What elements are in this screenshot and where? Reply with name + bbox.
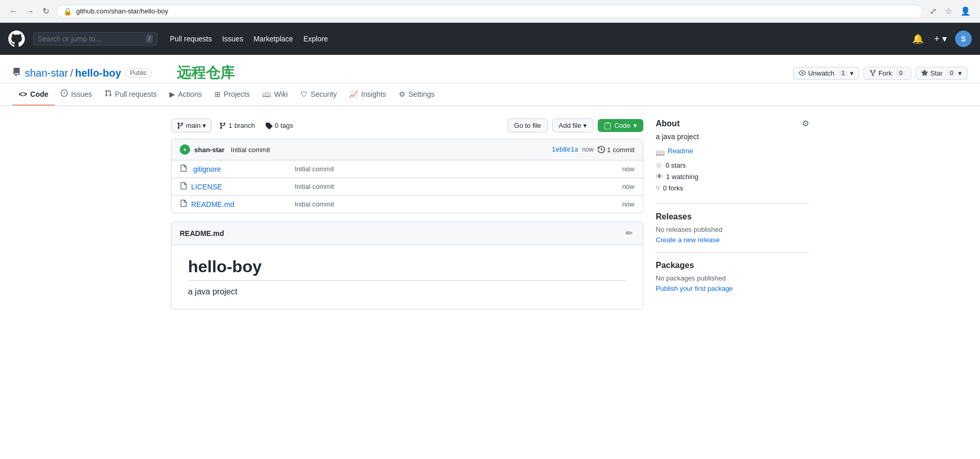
file-name-1[interactable]: LICENSE [191,183,295,191]
tab-code-label: Code [30,90,48,98]
repo-header: shan-star / hello-boy Public 远程仓库 Unwatc… [0,55,980,83]
readme-meta-icon: 📖 [656,149,665,157]
tab-actions[interactable]: ▶ Actions [163,83,208,106]
notifications-button[interactable]: 🔔 [910,31,926,47]
commit-hash[interactable]: 1eb8e1a [552,146,578,153]
forward-button[interactable]: → [23,4,37,18]
profile-button[interactable]: 👤 [957,4,974,18]
star-label: Star [930,69,943,77]
refresh-button[interactable]: ↻ [39,4,52,18]
code-button[interactable]: Code ▾ [598,119,643,132]
add-file-button[interactable]: Add file ▾ [552,119,594,132]
breadcrumb-owner[interactable]: shan-star [25,67,68,79]
stars-count: 0 stars [666,161,686,169]
settings-tab-icon: ⚙ [399,90,406,98]
sidebar-releases: Releases No releases published Create a … [656,212,809,244]
breadcrumb-repo[interactable]: hello-boy [75,67,121,79]
tab-settings[interactable]: ⚙ Settings [393,83,441,106]
commit-count: 1 commit [598,146,635,154]
top-nav: / Pull requests Issues Marketplace Explo… [0,23,980,55]
add-file-dropdown-icon: ▾ [583,122,587,129]
commit-message: Initial commit [231,146,270,154]
sidebar-meta-watching: 👁 1 watching [656,172,809,181]
branch-count: 1 [228,122,232,129]
code-label: Code [614,122,630,129]
commit-header: + shan-star Initial commit 1eb8e1a now 1… [171,139,643,160]
new-button[interactable]: + ▾ [932,31,949,47]
forks-count: 0 forks [663,184,683,192]
branch-count-link[interactable]: 1 branch [216,119,258,132]
commit-count-label: commit [613,146,635,154]
readme-heading: hello-boy [188,257,626,281]
actions-tab-icon: ▶ [169,90,175,98]
tab-code[interactable]: <> Code [12,83,54,106]
fork-label: Fork [878,69,892,77]
readme-description: a java project [188,287,626,297]
lock-icon: 🔒 [63,7,72,16]
file-time-1: now [622,183,635,190]
fork-count: 0 [896,70,905,76]
sidebar-meta-stars: ☆ 0 stars [656,161,809,169]
tab-insights[interactable]: 📈 Insights [343,83,392,106]
tag-count-link[interactable]: 0 tags [262,119,296,132]
tab-wiki[interactable]: 📖 Wiki [256,83,294,106]
commit-avatar: + [180,144,190,155]
publish-package-link[interactable]: Publish your first package [656,285,733,292]
tab-security[interactable]: 🛡 Security [294,83,343,106]
avatar[interactable]: S [955,31,972,47]
sidebar-meta-forks: ⑂ 0 forks [656,184,809,192]
search-input[interactable] [38,35,142,43]
nav-pull-requests[interactable]: Pull requests [166,32,216,46]
readme-link[interactable]: Readme [668,147,693,155]
nav-marketplace[interactable]: Marketplace [249,32,297,46]
tab-projects-label: Projects [224,90,250,98]
bookmark-button[interactable]: ☆ [942,4,955,18]
code-dropdown-icon: ▾ [633,122,637,129]
file-icon [180,165,187,173]
tab-projects[interactable]: ⊞ Projects [208,83,256,106]
readme-box: README.md ✏ hello-boy a java project [171,221,643,309]
branch-actions: Go to file Add file ▾ Code ▾ [508,119,643,132]
file-commit-1: Initial commit [295,183,622,190]
sidebar-gear-button[interactable]: ⚙ [802,119,809,128]
fork-button[interactable]: Fork 0 [863,67,911,80]
branch-label: branch [234,122,255,129]
security-tab-icon: 🛡 [300,90,308,98]
commit-meta: 1eb8e1a now 1 commit [552,146,635,154]
tab-issues[interactable]: Issues [54,83,98,106]
repo-icon [12,68,21,78]
branch-bar: main ▾ 1 branch 0 tags Go to file Add fi… [171,119,643,132]
branch-selector[interactable]: main ▾ [171,119,212,132]
readme-header: README.md ✏ [171,222,643,245]
tab-pr-label: Pull requests [115,90,157,98]
unwatch-button[interactable]: Unwatch 1 ▾ [793,67,859,80]
tab-issues-label: Issues [71,90,92,98]
about-label: About [656,119,680,128]
file-name-0[interactable]: .gitignore [191,165,295,173]
tab-pullrequests[interactable]: Pull requests [98,83,163,106]
search-box[interactable]: / [33,32,157,46]
packages-title: Packages [656,261,809,270]
address-bar[interactable]: 🔒 github.com/shan-star/hello-boy [56,5,923,18]
issues-tab-icon [61,90,68,98]
back-button[interactable]: ← [6,4,21,18]
branch-name: main [186,122,200,129]
readme-title: README.md [180,229,224,238]
sidebar-packages: Packages No packages published Publish y… [656,261,809,292]
tab-security-label: Security [311,90,337,98]
create-release-link[interactable]: Create a new release [656,236,720,244]
readme-edit-button[interactable]: ✏ [624,227,635,239]
browser-actions: ⤢ ☆ 👤 [927,4,974,18]
unwatch-dropdown-icon: ▾ [850,69,854,77]
go-to-file-button[interactable]: Go to file [508,119,548,132]
projects-tab-icon: ⊞ [214,90,221,98]
star-count: 0 [947,70,956,76]
star-button[interactable]: Star 0 ▾ [915,67,968,80]
nav-explore[interactable]: Explore [299,32,332,46]
pr-tab-icon [105,90,112,98]
no-releases-text: No releases published [656,226,809,233]
nav-issues[interactable]: Issues [218,32,247,46]
sidebar-about: About ⚙ a java project 📖 Readme ☆ 0 star… [656,119,809,204]
file-name-2[interactable]: README.md [191,200,295,209]
open-tab-button[interactable]: ⤢ [927,4,940,18]
